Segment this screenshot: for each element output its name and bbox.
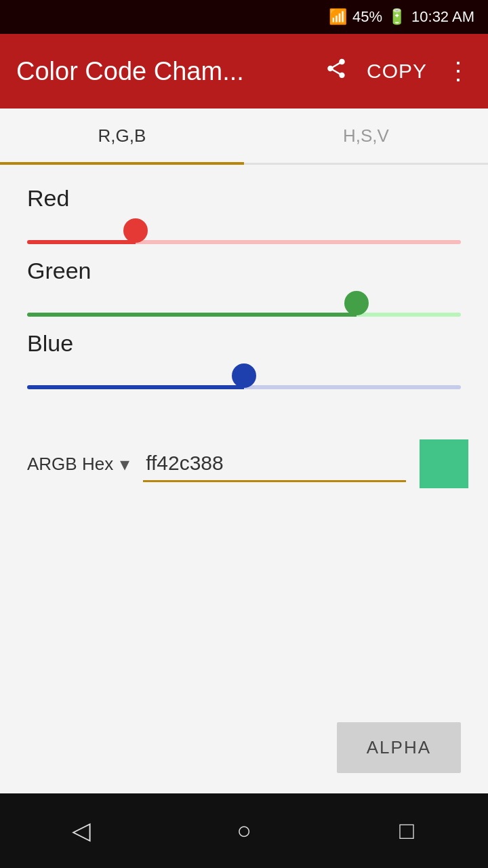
copy-button[interactable]: COPY	[367, 60, 427, 83]
recent-apps-button[interactable]: □	[380, 804, 434, 858]
chevron-down-icon: ▾	[120, 453, 129, 475]
blue-slider[interactable]	[27, 362, 461, 389]
app-bar: Color Code Cham... COPY ⋮	[0, 34, 488, 108]
red-slider[interactable]	[27, 217, 461, 244]
nav-bar: ◁ ○ □	[0, 793, 488, 868]
sim-icon: 📶	[329, 8, 347, 26]
status-bar: 📶 45% 🔋 10:32 AM	[0, 0, 488, 34]
main-content: Red Green Blue	[0, 165, 488, 419]
app-bar-actions: COPY ⋮	[325, 57, 472, 85]
red-label: Red	[27, 185, 461, 212]
back-button[interactable]: ◁	[54, 804, 108, 858]
color-preview	[420, 439, 468, 488]
status-icons: 📶 45% 🔋 10:32 AM	[329, 8, 474, 26]
alpha-button[interactable]: ALPHA	[337, 722, 461, 773]
home-button[interactable]: ○	[217, 804, 271, 858]
dropdown-label: ARGB Hex	[27, 454, 113, 475]
blue-slider-group: Blue	[27, 330, 461, 389]
spacer	[0, 488, 488, 722]
green-label: Green	[27, 258, 461, 284]
format-dropdown[interactable]: ARGB Hex ▾	[27, 446, 129, 482]
recent-icon: □	[399, 816, 414, 845]
tabs-container: R,G,B H,S,V	[0, 108, 488, 165]
tab-hsv[interactable]: H,S,V	[244, 108, 488, 163]
tab-rgb[interactable]: R,G,B	[0, 108, 244, 163]
app-title: Color Code Cham...	[16, 57, 311, 86]
color-input-row: ARGB Hex ▾	[27, 439, 461, 488]
blue-label: Blue	[27, 330, 461, 357]
green-slider-group: Green	[27, 258, 461, 317]
share-button[interactable]	[325, 57, 348, 85]
hex-input[interactable]	[143, 446, 406, 482]
alpha-btn-container: ALPHA	[0, 722, 488, 793]
home-icon: ○	[237, 816, 251, 845]
battery-text: 45%	[352, 8, 382, 26]
red-slider-group: Red	[27, 185, 461, 244]
bottom-section: ARGB Hex ▾	[0, 419, 488, 488]
time-text: 10:32 AM	[411, 8, 474, 26]
green-slider[interactable]	[27, 290, 461, 317]
more-options-button[interactable]: ⋮	[446, 57, 472, 85]
back-icon: ◁	[72, 816, 91, 845]
battery-icon: 🔋	[388, 8, 406, 26]
